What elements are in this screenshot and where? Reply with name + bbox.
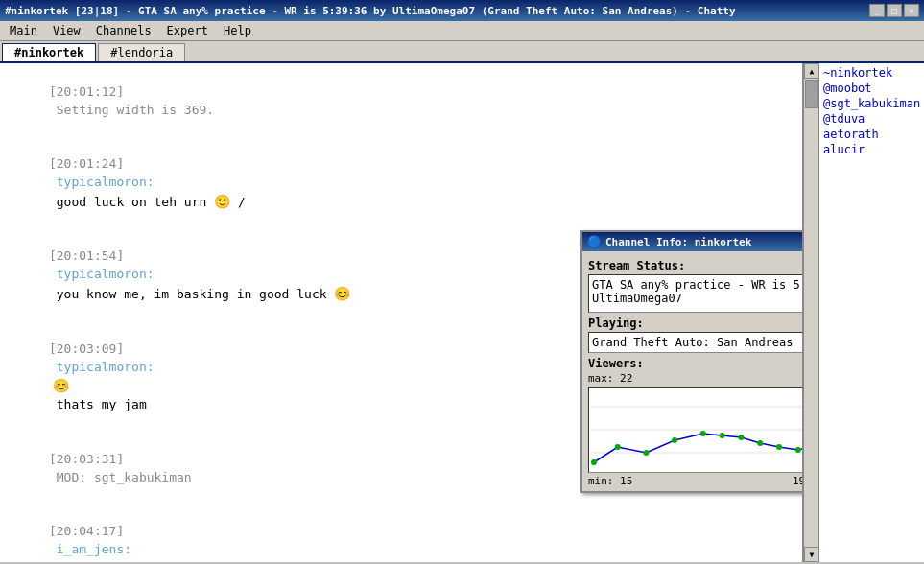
menu-view[interactable]: View — [45, 22, 88, 39]
viewers-time-range: 19:56 - 20:16 — [793, 475, 803, 487]
title-bar: #ninkortek [23|18] - GTA SA any% practic… — [0, 0, 924, 21]
viewers-label: Viewers: — [588, 357, 803, 370]
menu-expert[interactable]: Expert — [159, 22, 216, 39]
playing-label: Playing: — [588, 317, 803, 330]
svg-point-4 — [591, 459, 597, 465]
tab-lendoria[interactable]: #lendoria — [98, 43, 185, 61]
user-list-item-sgt[interactable]: @sgt_kabukiman — [821, 96, 922, 111]
close-button[interactable]: ✕ — [904, 4, 919, 17]
svg-point-10 — [738, 435, 744, 440]
svg-point-8 — [700, 431, 706, 436]
main-layout: [20:01:12] Setting width is 369. [20:01:… — [0, 63, 924, 562]
maximize-button[interactable]: □ — [887, 4, 902, 17]
chart-footer: min: 15 19:56 - 20:16 — [588, 475, 803, 487]
chat-scrollbar[interactable]: ▲ ▼ — [803, 63, 818, 562]
tab-bar: #ninkortek #lendoria — [0, 41, 924, 63]
chart-svg — [589, 388, 803, 472]
list-item: [20:01:24] typicalmoron: good luck on te… — [4, 137, 798, 229]
minimize-button[interactable]: _ — [869, 4, 885, 17]
svg-point-13 — [795, 447, 801, 453]
chat-area[interactable]: [20:01:12] Setting width is 369. [20:01:… — [0, 63, 803, 562]
svg-point-12 — [776, 444, 782, 450]
viewers-stats: max: 22 now: 18 — [588, 372, 803, 385]
scroll-down-button[interactable]: ▼ — [804, 547, 819, 562]
dialog-title-bar: 🔵 Channel Info: ninkortek ✕ — [582, 232, 803, 251]
svg-point-6 — [643, 450, 649, 456]
scroll-up-button[interactable]: ▲ — [804, 63, 819, 79]
user-list-item-aetorath[interactable]: aetorath — [821, 127, 922, 142]
viewers-max: max: 22 — [588, 372, 632, 385]
list-item: [20:01:12] Setting width is 369. — [4, 65, 798, 137]
user-list-item-moobot[interactable]: @moobot — [821, 81, 922, 96]
playing-text: Grand Theft Auto: San Andreas — [588, 332, 803, 353]
viewers-chart — [588, 387, 803, 473]
dialog-title: Channel Info: ninkortek — [605, 236, 751, 248]
svg-point-11 — [757, 440, 763, 446]
user-list-item-alucir[interactable]: alucir — [821, 142, 922, 157]
window-controls[interactable]: _ □ ✕ — [869, 4, 919, 17]
dialog-body: Stream Status: GTA SA any% practice - WR… — [582, 251, 803, 491]
tab-ninkortek[interactable]: #ninkortek — [2, 43, 96, 61]
scroll-thumb[interactable] — [805, 80, 818, 108]
user-list-item-ninkortek[interactable]: ~ninkortek — [821, 65, 922, 81]
window-title: #ninkortek [23|18] - GTA SA any% practic… — [5, 5, 736, 17]
stream-status-text: GTA SA any% practice - WR is 5:39:36 by … — [588, 274, 803, 313]
user-list-item-tduva[interactable]: @tduva — [821, 111, 922, 127]
stream-status-label: Stream Status: — [588, 259, 803, 272]
menu-channels[interactable]: Channels — [88, 22, 159, 39]
viewers-min: min: 15 — [588, 475, 632, 487]
scroll-track[interactable] — [804, 79, 818, 547]
list-item: [20:04:17] i_am_jens: yo — [4, 505, 798, 562]
menu-bar: Main View Channels Expert Help — [0, 21, 924, 41]
menu-help[interactable]: Help — [216, 22, 259, 39]
menu-main[interactable]: Main — [2, 22, 45, 39]
user-list: ~ninkortek @moobot @sgt_kabukiman @tduva… — [818, 63, 924, 562]
svg-point-7 — [672, 437, 677, 443]
svg-point-5 — [615, 444, 621, 450]
channel-info-dialog: 🔵 Channel Info: ninkortek ✕ Stream Statu… — [580, 230, 803, 493]
svg-point-9 — [720, 433, 725, 438]
